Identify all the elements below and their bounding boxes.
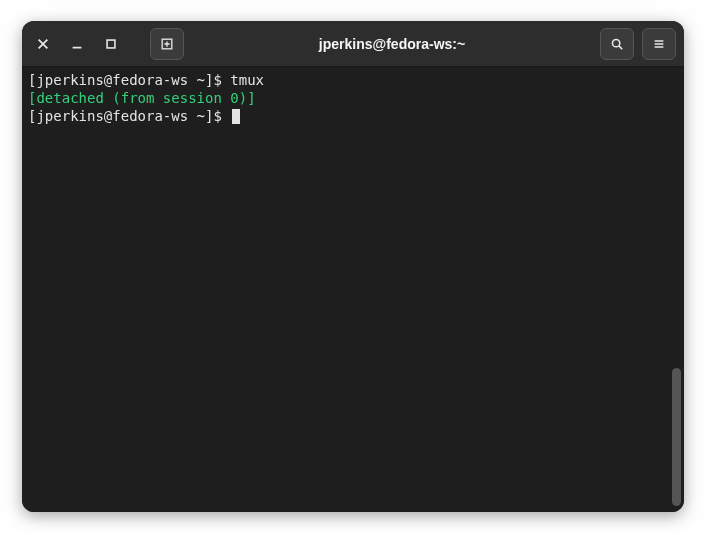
shell-prompt: [jperkins@fedora-ws ~]$ <box>28 108 230 124</box>
svg-point-2 <box>612 39 619 46</box>
scrollbar-thumb[interactable] <box>672 368 681 506</box>
maximize-icon <box>104 37 118 51</box>
terminal-output[interactable]: [jperkins@fedora-ws ~]$ tmux[detached (f… <box>22 67 684 512</box>
window-title: jperkins@fedora-ws:~ <box>192 36 592 52</box>
search-icon <box>610 37 624 51</box>
new-tab-button[interactable] <box>150 28 184 60</box>
shell-prompt: [jperkins@fedora-ws ~]$ <box>28 72 230 88</box>
terminal-line: [jperkins@fedora-ws ~]$ tmux <box>28 71 678 89</box>
shell-command: tmux <box>230 72 264 88</box>
terminal-area[interactable]: [jperkins@fedora-ws ~]$ tmux[detached (f… <box>22 67 684 512</box>
cursor <box>232 109 240 124</box>
terminal-line: [jperkins@fedora-ws ~]$ <box>28 107 678 125</box>
new-tab-icon <box>160 37 174 51</box>
terminal-line: [detached (from session 0)] <box>28 89 678 107</box>
close-icon <box>36 37 50 51</box>
search-button[interactable] <box>600 28 634 60</box>
titlebar-right <box>600 28 676 60</box>
minimize-button[interactable] <box>64 31 90 57</box>
close-button[interactable] <box>30 31 56 57</box>
hamburger-icon <box>652 37 666 51</box>
window-controls <box>30 28 184 60</box>
minimize-icon <box>70 37 84 51</box>
menu-button[interactable] <box>642 28 676 60</box>
output-text: [detached (from session 0)] <box>28 90 256 106</box>
terminal-window: jperkins@fedora-ws:~ [jperkins@fedora-ws… <box>22 21 684 512</box>
titlebar: jperkins@fedora-ws:~ <box>22 21 684 67</box>
maximize-button[interactable] <box>98 31 124 57</box>
svg-rect-0 <box>107 40 115 48</box>
